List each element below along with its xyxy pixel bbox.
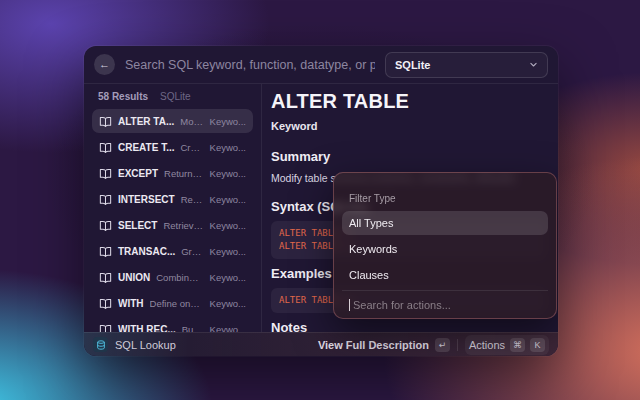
result-description: Retrieve colu...: [163, 220, 203, 231]
filter-options: All TypesKeywordsClauses: [342, 209, 548, 287]
result-row[interactable]: INTERSECT Return ro... Keywo...: [92, 187, 253, 211]
result-description: Modify ta...: [180, 116, 203, 127]
text-caret: [349, 299, 350, 311]
results-count: 58 Results: [98, 91, 148, 102]
filter-option[interactable]: Keywords: [342, 237, 548, 261]
result-row[interactable]: UNION Combine resul... Keywo...: [92, 265, 253, 289]
result-type: Keywo...: [210, 272, 246, 283]
result-title: WITH: [118, 298, 144, 309]
dialect-value: SQLite: [395, 59, 430, 71]
result-type: Keywo...: [210, 298, 246, 309]
book-icon: [99, 193, 112, 206]
result-row[interactable]: ALTER TA... Modify ta... Keywo...: [92, 109, 253, 133]
actions-label: Actions: [469, 339, 505, 351]
book-icon: [99, 271, 112, 284]
result-title: UNION: [118, 272, 150, 283]
command-key-icon: ⌘: [510, 338, 525, 352]
results-list: ALTER TA... Modify ta... Keywo... CREATE…: [92, 109, 253, 341]
result-type: Keywo...: [210, 246, 246, 257]
dialect-dropdown[interactable]: SQLite: [385, 52, 548, 78]
app-name: SQL Lookup: [115, 339, 176, 351]
book-icon: [99, 245, 112, 258]
book-icon: [99, 141, 112, 154]
search-bar: ← Search SQL keyword, function, datatype…: [84, 46, 558, 84]
actions-search-placeholder: Search for actions...: [353, 299, 451, 311]
result-row[interactable]: SELECT Retrieve colu... Keywo...: [92, 213, 253, 237]
result-type: Keywo...: [210, 168, 246, 179]
result-row[interactable]: CREATE T... Create a... Keywo...: [92, 135, 253, 159]
filter-option[interactable]: All Types: [342, 211, 548, 235]
result-title: EXCEPT: [118, 168, 158, 179]
database-icon: [96, 340, 106, 350]
actions-button[interactable]: Actions ⌘ K: [465, 335, 549, 355]
result-description: Return ro...: [181, 194, 204, 205]
status-bar: SQL Lookup View Full Description ↵ Actio…: [84, 332, 558, 356]
detail-type-badge: Keyword: [271, 120, 546, 132]
results-scope: SQLite: [160, 91, 191, 102]
filter-type-header: Filter Type: [342, 193, 548, 204]
sql-lookup-window: ← Search SQL keyword, function, datatype…: [84, 46, 558, 356]
results-header: 58 Results SQLite: [92, 91, 253, 102]
actions-search-input[interactable]: Search for actions...: [342, 290, 548, 318]
result-description: Create a...: [180, 142, 203, 153]
book-icon: [99, 115, 112, 128]
filter-type-popup: Filter Type All TypesKeywordsClauses Sea…: [333, 172, 557, 319]
book-icon: [99, 219, 112, 232]
search-input[interactable]: Search SQL keyword, function, datatype, …: [125, 58, 375, 72]
view-full-description-label: View Full Description: [318, 339, 429, 351]
result-title: SELECT: [118, 220, 157, 231]
result-type: Keywo...: [210, 116, 246, 127]
result-type: Keywo...: [210, 142, 246, 153]
result-description: Combine resul...: [156, 272, 203, 283]
book-icon: [99, 297, 112, 310]
result-description: Define one or m...: [150, 298, 204, 309]
detail-title: ALTER TABLE: [271, 90, 546, 113]
chevron-down-icon: [529, 60, 538, 69]
app-icon: [93, 337, 108, 352]
summary-heading: Summary: [271, 149, 546, 164]
return-key-icon: ↵: [435, 338, 450, 352]
view-full-description-button[interactable]: View Full Description ↵: [318, 338, 450, 352]
result-title: CREATE T...: [118, 142, 174, 153]
result-description: Return rows f...: [164, 168, 204, 179]
result-type: Keywo...: [210, 194, 246, 205]
footer-divider: [457, 339, 458, 351]
result-type: Keywo...: [210, 220, 246, 231]
results-sidebar: 58 Results SQLite ALTER TA... Modify ta.…: [84, 84, 262, 356]
result-title: TRANSAC...: [118, 246, 175, 257]
back-button[interactable]: ←: [94, 54, 115, 75]
result-description: Group st...: [181, 246, 203, 257]
book-icon: [99, 167, 112, 180]
result-row[interactable]: WITH Define one or m... Keywo...: [92, 291, 253, 315]
result-row[interactable]: EXCEPT Return rows f... Keywo...: [92, 161, 253, 185]
back-arrow-icon: ←: [99, 54, 110, 75]
result-title: ALTER TA...: [118, 116, 174, 127]
k-key-icon: K: [530, 338, 545, 352]
result-row[interactable]: TRANSAC... Group st... Keywo...: [92, 239, 253, 263]
filter-option[interactable]: Clauses: [342, 263, 548, 287]
result-title: INTERSECT: [118, 194, 175, 205]
